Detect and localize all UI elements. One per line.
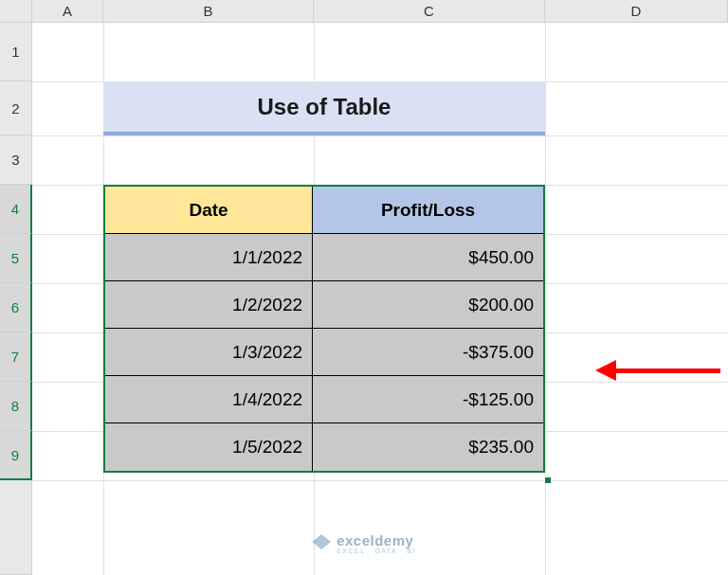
col-header-C[interactable]: C [314, 0, 545, 23]
cell-date[interactable]: 1/4/2022 [105, 376, 313, 422]
gridline [545, 23, 546, 575]
gridline [32, 135, 728, 136]
table-row: 1/4/2022 -$125.00 [105, 376, 543, 423]
col-header-A[interactable]: A [32, 0, 103, 23]
cell-value[interactable]: -$375.00 [313, 329, 543, 375]
data-table-selection[interactable]: Date Profit/Loss 1/1/2022 $450.00 1/2/20… [103, 185, 545, 473]
col-header-D[interactable]: D [545, 0, 728, 23]
cell-date[interactable]: 1/1/2022 [105, 234, 313, 280]
row-header-blank [0, 480, 32, 575]
arrow-line [616, 368, 720, 373]
col-header-B[interactable]: B [103, 0, 314, 23]
column-header-row: A B C D [0, 0, 728, 23]
table-row: 1/3/2022 -$375.00 [105, 329, 543, 376]
spreadsheet-area: A B C D 1 2 3 4 5 6 7 8 9 [0, 0, 728, 575]
row-header-7[interactable]: 7 [0, 332, 32, 382]
table-row: 1/2/2022 $200.00 [105, 281, 543, 329]
row-header-6[interactable]: 6 [0, 283, 32, 332]
table-row: 1/5/2022 $235.00 [105, 423, 543, 471]
callout-arrow [595, 360, 720, 381]
row-header-5[interactable]: 5 [0, 234, 32, 283]
row-header-column: 1 2 3 4 5 6 7 8 9 [0, 23, 32, 575]
watermark: exceldemy EXCEL · DATA · BI [312, 533, 416, 554]
watermark-title: exceldemy [337, 533, 416, 548]
cell-value[interactable]: $200.00 [313, 281, 543, 328]
gridline [32, 480, 728, 481]
row-header-3[interactable]: 3 [0, 135, 32, 185]
cell-date[interactable]: 1/3/2022 [105, 329, 313, 375]
cell-value[interactable]: $235.00 [313, 423, 543, 471]
row-header-8[interactable]: 8 [0, 382, 32, 431]
table-header-row: Date Profit/Loss [105, 187, 543, 234]
row-header-4[interactable]: 4 [0, 185, 32, 234]
table-row: 1/1/2022 $450.00 [105, 234, 543, 281]
row-header-9[interactable]: 9 [0, 431, 32, 480]
select-all-corner[interactable] [0, 0, 32, 23]
page-title[interactable]: Use of Table [103, 81, 545, 135]
row-header-1[interactable]: 1 [0, 23, 32, 81]
header-profit-loss[interactable]: Profit/Loss [313, 187, 543, 233]
row-header-2[interactable]: 2 [0, 81, 32, 135]
cell-value[interactable]: $450.00 [313, 234, 543, 280]
cell-value[interactable]: -$125.00 [313, 376, 543, 422]
watermark-subtitle: EXCEL · DATA · BI [337, 548, 416, 554]
watermark-logo-icon [312, 534, 331, 553]
cell-date[interactable]: 1/2/2022 [105, 281, 313, 328]
arrow-head-icon [595, 360, 616, 381]
grid-cells[interactable]: Use of Table Date Profit/Loss 1/1/2022 $… [32, 23, 728, 575]
selection-fill-handle[interactable] [544, 476, 552, 484]
header-date[interactable]: Date [105, 187, 313, 233]
cell-date[interactable]: 1/5/2022 [105, 423, 313, 471]
